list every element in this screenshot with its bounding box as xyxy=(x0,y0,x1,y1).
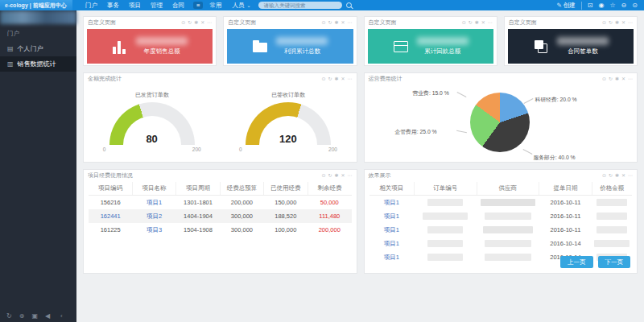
close-icon[interactable]: ✕ xyxy=(621,76,625,81)
refresh-icon[interactable]: ↻ xyxy=(188,19,192,25)
settings-icon[interactable]: ✱ xyxy=(475,19,479,25)
close-icon[interactable]: ✕ xyxy=(621,172,625,178)
sound-icon[interactable]: ◀ xyxy=(45,312,50,320)
stat-card-payment[interactable]: 累计回款总额 xyxy=(368,29,493,64)
cell-project-link[interactable]: 项目1 xyxy=(369,223,415,237)
nav-item[interactable]: 事务 xyxy=(107,2,119,10)
col-header[interactable]: 提单日期 xyxy=(539,182,592,196)
col-header[interactable]: 项目周期 xyxy=(176,182,220,196)
refresh-icon[interactable]: ↻ xyxy=(328,19,332,25)
close-icon[interactable]: ✕ xyxy=(200,19,204,25)
search-icon[interactable] xyxy=(346,2,352,8)
collapse-icon[interactable]: ‹ xyxy=(54,312,72,320)
hamburger-icon[interactable]: ≡ xyxy=(193,2,203,9)
more-icon[interactable]: ⋯ xyxy=(628,76,633,81)
refresh-icon[interactable]: ↻ xyxy=(328,172,332,178)
cell-project-link[interactable]: 项目1 xyxy=(369,196,415,210)
table-row[interactable]: 项目1 2016-10-11 xyxy=(369,209,633,223)
col-header[interactable]: 供应商 xyxy=(477,182,539,196)
search-input[interactable] xyxy=(258,2,342,9)
table-row[interactable]: 156216 项目1 1301-1801 200,000 150,000 50,… xyxy=(89,196,352,210)
pin-icon[interactable]: ⊙ xyxy=(321,19,325,25)
settings-icon[interactable]: ✱ xyxy=(334,172,338,178)
panel-toolbar: ⊙↻✱✕⋯ xyxy=(321,19,352,25)
col-header[interactable]: 订单编号 xyxy=(414,182,477,196)
nav-item[interactable]: 合同 xyxy=(172,2,184,10)
more-icon[interactable]: ⋯ xyxy=(628,19,633,25)
prev-page-button[interactable]: 上一页 xyxy=(560,256,593,268)
user-menu[interactable]: 人员 ⌄ xyxy=(232,2,250,10)
nav-item[interactable]: 管理 xyxy=(151,2,163,10)
stat-card-contracts[interactable]: 合同签单数 xyxy=(508,29,634,64)
table-row-selected[interactable]: 162441 项目2 1404-1904 300,000 188,520 111… xyxy=(89,209,352,223)
pie-chart[interactable] xyxy=(470,93,530,152)
close-icon[interactable]: ✕ xyxy=(481,19,485,25)
power-icon[interactable]: ⊙ xyxy=(632,2,638,9)
cell-project-link[interactable]: 项目1 xyxy=(369,209,415,223)
more-icon[interactable]: ⋯ xyxy=(348,19,353,25)
nav-item[interactable]: 门户 xyxy=(85,2,97,10)
close-icon[interactable]: ✕ xyxy=(341,19,345,25)
cell-code[interactable]: 162441 xyxy=(89,209,132,223)
sidebar-item-personal-portal[interactable]: ▤ 个人门户 xyxy=(0,41,76,56)
plugin-icon[interactable]: ⊕ xyxy=(19,312,25,320)
stat-card-panel-profit: 自定义页面 ⊙↻✱✕⋯ 利润累计总数 xyxy=(223,16,357,66)
nav-item-quick[interactable]: 常用 xyxy=(209,2,221,10)
pin-icon[interactable]: ⊙ xyxy=(181,19,185,25)
pin-icon[interactable]: ⊙ xyxy=(462,19,466,25)
close-icon[interactable]: ✕ xyxy=(621,19,625,25)
create-button[interactable]: ✎ 创建 xyxy=(556,2,581,10)
pin-icon[interactable]: ⊙ xyxy=(321,172,325,178)
cell-project-link[interactable]: 项目2 xyxy=(132,209,175,223)
col-header[interactable]: 经费总预算 xyxy=(220,182,263,196)
cell-project-link[interactable]: 项目1 xyxy=(369,237,415,250)
refresh-icon[interactable]: ↻ xyxy=(469,19,473,25)
col-header[interactable]: 剩余经费 xyxy=(308,182,351,196)
more-icon[interactable]: ⋯ xyxy=(207,19,212,25)
settings-icon[interactable]: ✱ xyxy=(194,19,198,25)
col-header[interactable]: 项目编码 xyxy=(89,182,132,196)
table-row[interactable]: 项目1 2016-10-11 xyxy=(369,223,633,237)
col-header[interactable]: 项目名称 xyxy=(132,182,175,196)
more-icon[interactable]: ⋯ xyxy=(348,172,353,178)
table-row[interactable]: 项目1 2016-10-11 xyxy=(369,196,633,210)
apps-icon[interactable]: ▣ xyxy=(31,312,38,320)
pin-icon[interactable]: ⊙ xyxy=(602,76,606,81)
col-header[interactable]: 价格金额 xyxy=(592,182,632,196)
refresh-icon[interactable]: ↻ xyxy=(609,76,613,81)
scan-icon[interactable]: ⊡ xyxy=(588,2,593,9)
cell-project-link[interactable]: 项目3 xyxy=(132,223,175,237)
stat-card-profit[interactable]: 利润累计总数 xyxy=(227,29,353,64)
cell-project-link[interactable]: 项目1 xyxy=(369,250,415,264)
settings-icon[interactable]: ✱ xyxy=(334,19,338,25)
sidebar-item-sales-stats[interactable]: ▥ 销售数据统计 xyxy=(0,56,76,72)
settings-icon[interactable]: ✱ xyxy=(334,76,338,81)
settings-icon[interactable]: ✱ xyxy=(615,172,619,178)
settings-icon[interactable]: ✱ xyxy=(615,19,619,25)
stat-card-panel-sales: 自定义页面 ⊙↻✱✕⋯ 年度销售总额 xyxy=(83,16,217,66)
refresh-icon[interactable]: ↻ xyxy=(609,19,613,25)
favorite-icon[interactable]: ☆ xyxy=(609,2,615,9)
notification-icon[interactable]: ⊖ xyxy=(621,2,627,9)
pin-icon[interactable]: ⊙ xyxy=(602,172,606,178)
col-header[interactable]: 已使用经费 xyxy=(264,182,308,196)
table-row[interactable]: 161225 项目3 1504-1908 300,000 100,000 200… xyxy=(89,223,352,237)
col-header[interactable]: 相关项目 xyxy=(369,182,415,196)
settings-icon[interactable]: ✱ xyxy=(615,76,619,81)
close-icon[interactable]: ✕ xyxy=(341,172,345,178)
pin-icon[interactable]: ⊙ xyxy=(321,76,325,81)
sync-icon[interactable]: ↻ xyxy=(6,312,12,320)
refresh-icon[interactable]: ↻ xyxy=(609,172,613,178)
refresh-icon[interactable]: ↻ xyxy=(328,76,332,81)
pin-icon[interactable]: ⊙ xyxy=(602,19,606,25)
next-page-button[interactable]: 下一页 xyxy=(598,256,631,268)
table-row[interactable]: 项目1 2016-10-14 xyxy=(369,237,633,250)
help-icon[interactable]: ◉ xyxy=(598,2,604,9)
nav-item[interactable]: 项目 xyxy=(129,2,141,10)
close-icon[interactable]: ✕ xyxy=(341,76,345,81)
stat-card-sales[interactable]: 年度销售总额 xyxy=(87,29,213,64)
cell-project-link[interactable]: 项目1 xyxy=(132,196,175,210)
more-icon[interactable]: ⋯ xyxy=(628,172,633,178)
more-icon[interactable]: ⋯ xyxy=(348,76,353,81)
more-icon[interactable]: ⋯ xyxy=(488,19,493,25)
